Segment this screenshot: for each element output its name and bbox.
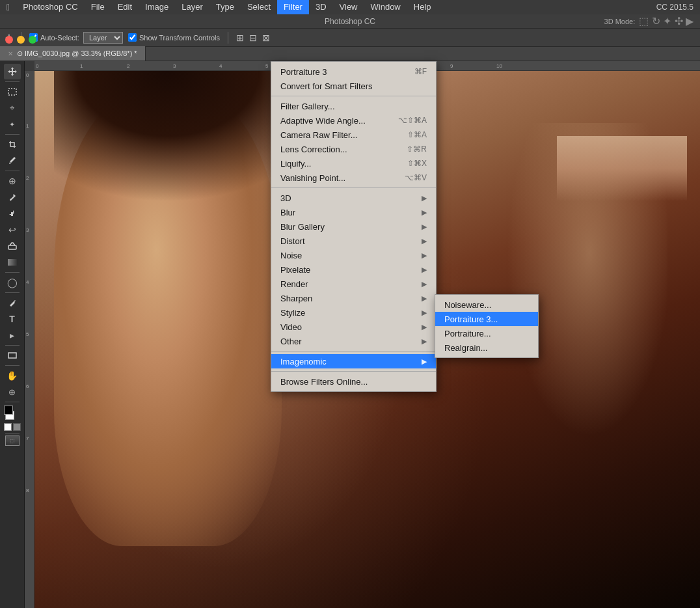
eyedropper-tool[interactable] — [4, 153, 21, 169]
close-button[interactable] — [5, 36, 13, 44]
marquee-tool[interactable] — [4, 84, 21, 100]
menu-3d[interactable]: 3D — [309, 0, 333, 14]
menu-layer[interactable]: Layer — [175, 0, 209, 14]
filter-sharpen[interactable]: Sharpen ▶ — [271, 291, 436, 305]
filter-pixelate[interactable]: Pixelate ▶ — [271, 262, 436, 277]
menu-image[interactable]: Image — [139, 0, 175, 14]
quick-mask-area — [4, 423, 21, 431]
path-select-tool[interactable]: ▸ — [4, 327, 21, 343]
filter-3d[interactable]: 3D ▶ — [271, 191, 436, 205]
menu-sep-1 — [271, 96, 436, 96]
toolbar-separator-3 — [5, 171, 20, 171]
move-tool[interactable] — [4, 64, 21, 79]
text-tool[interactable]: T — [4, 311, 21, 327]
lasso-tool[interactable]: ⌖ — [4, 100, 21, 116]
toolbar-separator-7 — [5, 365, 20, 366]
filter-adaptive-wide[interactable]: Adaptive Wide Angle... ⌥⇧⌘A — [271, 113, 436, 128]
toolbar-separator-2 — [5, 134, 20, 135]
auto-select-dropdown[interactable]: Layer Group — [83, 32, 123, 44]
svg-rect-3 — [8, 353, 16, 358]
hair-area — [54, 71, 282, 201]
auto-select-checkbox[interactable]: Auto-Select: Layer Group — [29, 32, 123, 44]
menu-view[interactable]: View — [333, 0, 364, 14]
imagenomic-submenu: Noiseware... Portraiture 3... Portraitur… — [435, 294, 539, 358]
filter-browse-online[interactable]: Browse Filters Online... — [271, 374, 436, 389]
options-separator-2 — [228, 32, 228, 44]
dodge-tool[interactable]: ◯ — [4, 275, 21, 290]
screen-mode-button[interactable]: ⬚ — [5, 435, 20, 446]
align-icon-2[interactable]: ⊟ — [249, 33, 257, 43]
quick-select-tool[interactable]: ✦ — [4, 117, 21, 132]
filter-other[interactable]: Other ▶ — [271, 334, 436, 348]
menu-filter[interactable]: Filter — [277, 0, 309, 14]
crop-tool[interactable] — [4, 137, 21, 152]
title-bar-right: 3D Mode: ⬚ ↻ ✦ ✣ ▶ — [604, 15, 693, 27]
show-transform-checkbox[interactable]: Show Transform Controls — [128, 33, 220, 42]
eraser-tool[interactable] — [4, 238, 21, 254]
toolbar-separator-8 — [5, 402, 20, 402]
filter-lens-correction[interactable]: Lens Correction... ⇧⌘R — [271, 142, 436, 156]
options-bar: ✛ Auto-Select: Layer Group Show Transfor… — [0, 29, 700, 47]
menu-help[interactable]: Help — [407, 0, 438, 14]
menu-file[interactable]: File — [85, 0, 111, 14]
clone-tool[interactable] — [4, 206, 21, 221]
zoom-tool[interactable]: ⊕ — [4, 384, 21, 400]
filter-liquify[interactable]: Liquify... ⇧⌘X — [271, 156, 436, 171]
svg-rect-0 — [8, 89, 16, 95]
tab-close-icon[interactable]: ✕ — [8, 50, 13, 57]
gradient-tool[interactable] — [4, 255, 21, 270]
menu-bar:  Photoshop CC File Edit Image Layer Typ… — [0, 0, 700, 14]
filter-video[interactable]: Video ▶ — [271, 320, 436, 334]
maximize-button[interactable] — [29, 36, 36, 44]
brush-tool[interactable] — [4, 189, 21, 205]
hand-tool[interactable]: ✋ — [4, 368, 21, 383]
menu-sep-4 — [271, 371, 436, 372]
heal-tool[interactable]: ⊕ — [4, 173, 21, 189]
filter-render[interactable]: Render ▶ — [271, 277, 436, 291]
ruler-corner — [25, 61, 34, 71]
submenu-portraiture[interactable]: Portraiture... — [435, 326, 538, 340]
svg-rect-2 — [8, 259, 17, 266]
tab-label: ⊙ IMG_0030.jpg @ 33.3% (RGB/8*) * — [17, 49, 137, 58]
menu-sep-2 — [271, 187, 436, 188]
traffic-lights — [5, 36, 36, 44]
menu-photoshop-cc[interactable]: Photoshop CC — [16, 0, 85, 14]
quick-mask-icon[interactable] — [13, 423, 21, 431]
toolbar-separator-5 — [5, 292, 20, 293]
toolbar-separator-6 — [5, 345, 20, 346]
minimize-button[interactable] — [17, 36, 25, 44]
filter-blur-gallery[interactable]: Blur Gallery ▶ — [271, 219, 436, 234]
submenu-portraiture3[interactable]: Portraiture 3... — [435, 312, 538, 326]
submenu-realgrain[interactable]: Realgrain... — [435, 340, 538, 355]
filter-camera-raw[interactable]: Camera Raw Filter... ⇧⌘A — [271, 128, 436, 142]
history-tool[interactable]: ↩ — [4, 222, 21, 238]
foreground-color-swatch[interactable] — [4, 406, 13, 415]
window-title: Photoshop CC — [325, 17, 375, 26]
main-area: ⌖ ✦ ⊕ ↩ ◯ — [0, 61, 700, 608]
filter-vanishing-point[interactable]: Vanishing Point... ⌥⌘V — [271, 171, 436, 185]
filter-stylize[interactable]: Stylize ▶ — [271, 305, 436, 320]
shape-tool[interactable] — [4, 348, 21, 363]
filter-convert-smart[interactable]: Convert for Smart Filters — [271, 79, 436, 93]
pen-tool[interactable] — [4, 295, 21, 311]
menu-type[interactable]: Type — [209, 0, 241, 14]
file-tab[interactable]: ✕ ⊙ IMG_0030.jpg @ 33.3% (RGB/8*) * — [0, 46, 146, 61]
filter-imagenomic[interactable]: Imagenomic ▶ — [271, 354, 436, 368]
tab-bar: ✕ ⊙ IMG_0030.jpg @ 33.3% (RGB/8*) * — [0, 47, 700, 61]
filter-distort[interactable]: Distort ▶ — [271, 234, 436, 248]
filter-noise[interactable]: Noise ▶ — [271, 248, 436, 262]
align-icon-1[interactable]: ⊞ — [236, 33, 244, 43]
filter-portraiture3-pinned[interactable]: Portraiture 3 ⌘F — [271, 64, 436, 79]
color-swatch[interactable] — [4, 406, 21, 420]
submenu-noiseware[interactable]: Noiseware... — [435, 297, 538, 312]
standard-mode-icon[interactable] — [4, 423, 12, 431]
toolbar-separator-9 — [5, 433, 20, 434]
menu-window[interactable]: Window — [364, 0, 407, 14]
align-icon-3[interactable]: ⊠ — [262, 33, 270, 43]
filter-blur[interactable]: Blur ▶ — [271, 205, 436, 219]
menu-edit[interactable]: Edit — [111, 0, 139, 14]
menu-select[interactable]: Select — [241, 0, 277, 14]
apple-logo-icon[interactable]:  — [0, 2, 16, 12]
menu-sep-3 — [271, 351, 436, 352]
filter-gallery[interactable]: Filter Gallery... — [271, 99, 436, 113]
